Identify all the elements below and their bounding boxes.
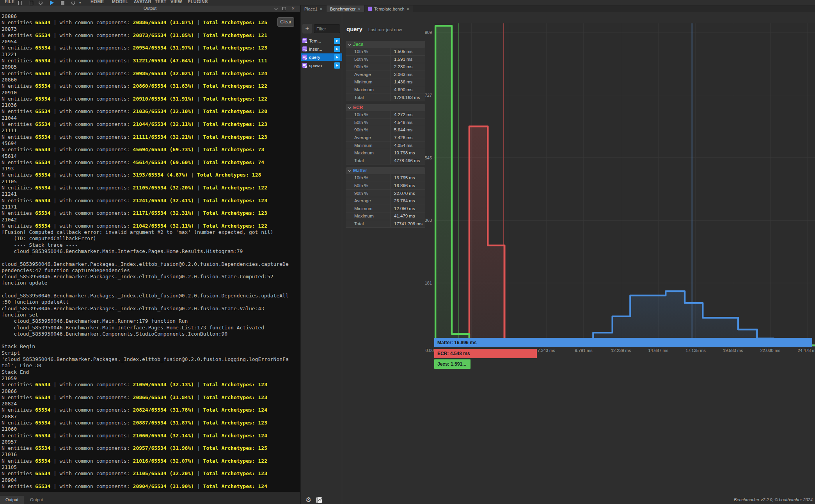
- bench-file-icon: [302, 38, 307, 43]
- console-line: cloud_5853950046.Benchmarker.Packages._I…: [2, 306, 289, 312]
- histogram-chart-area: 1813635457279090.000 ms2.448 ms4.896 ms7…: [423, 5, 815, 504]
- x-tick-label: 17.135 ms: [685, 348, 705, 353]
- menu-file[interactable]: FILE: [5, 0, 14, 4]
- console-line: 21036: [2, 102, 289, 108]
- section-header-ecr[interactable]: ECR: [346, 104, 425, 111]
- chevron-down-icon[interactable]: ▾: [79, 1, 81, 5]
- stop-icon[interactable]: [61, 1, 64, 5]
- benchmark-item-Tem[interactable]: Tem...▶: [301, 37, 342, 44]
- console-line: 20886: [2, 13, 289, 19]
- stat-label: Total: [346, 220, 390, 228]
- bench-file-icon: [302, 46, 307, 51]
- benchmark-item-label: Tem...: [309, 39, 321, 43]
- stat-row: Total1726.163 ms: [346, 94, 425, 102]
- doc-tab-label: Template.bench: [374, 6, 405, 12]
- console-line: N entities 65534 | with common component…: [2, 96, 289, 102]
- last-run-label: Last run: just now: [368, 27, 402, 32]
- x-tick-label: 19.583 ms: [723, 348, 743, 353]
- console-log-lines: 20886N entities 65534 | with common comp…: [2, 13, 289, 490]
- tab-output-2[interactable]: Output: [25, 496, 48, 504]
- stat-label: 50th %: [346, 56, 390, 63]
- clear-button[interactable]: Clear: [277, 17, 294, 27]
- menu-avatar[interactable]: AVATAR: [134, 0, 151, 4]
- stat-value: 5.644 ms: [390, 126, 425, 134]
- console-line: N entities 65534 | with common component…: [2, 407, 289, 413]
- filter-input[interactable]: [314, 24, 340, 33]
- stat-value: 10.798 ms: [390, 149, 425, 157]
- console-line: 21105: [2, 179, 289, 185]
- benchmark-items: Tem...▶inser...▶query▶spawn▶: [301, 37, 342, 70]
- section-header-matter[interactable]: Matter: [346, 167, 425, 174]
- close-icon[interactable]: ×: [320, 6, 322, 12]
- console-line: 45614: [2, 153, 289, 159]
- menu-view[interactable]: VIEW: [170, 0, 182, 4]
- benchmark-item-query[interactable]: query▶: [301, 53, 342, 61]
- close-icon[interactable]: ×: [358, 6, 360, 12]
- stat-row: Minimum1.436 ms: [346, 78, 425, 86]
- console-line: cloud_5853950046.Benchmarker.Main.Interf…: [2, 325, 289, 331]
- stat-value: 4.054 ms: [390, 142, 425, 149]
- output-console[interactable]: 20886N entities 65534 | with common comp…: [0, 12, 300, 492]
- undo-icon[interactable]: [71, 1, 75, 5]
- console-line: cloud_5853950046.Benchmarker.Packages._I…: [2, 261, 289, 267]
- menu-plugins[interactable]: PLUGINS: [188, 0, 208, 4]
- tab-output-1[interactable]: Output: [0, 496, 24, 504]
- console-line: ---- Stack trace ----: [2, 242, 289, 248]
- stat-row: Total4778.496 ms: [346, 157, 425, 165]
- benchmark-item-label: inser...: [309, 47, 322, 51]
- run-benchmark-button[interactable]: ▶: [334, 46, 340, 52]
- benchmark-item-spawn[interactable]: spawn▶: [301, 62, 342, 69]
- stat-value: 4.690 ms: [390, 86, 425, 94]
- console-line: pendencies:47 function captureDependenci…: [2, 267, 289, 274]
- console-line: function update: [2, 280, 289, 286]
- console-line: cloud_5853950046.Benchmarker.Components.…: [2, 331, 289, 337]
- studio-toolbar: FILE ▾ HOME MODEL AVATAR TEST VIEW PLUGI…: [0, 0, 815, 5]
- console-line: 21044: [2, 115, 289, 121]
- float-window-icon[interactable]: [282, 7, 286, 10]
- docs-book-icon[interactable]: [316, 497, 323, 504]
- close-icon[interactable]: ×: [291, 5, 295, 11]
- add-benchmark-button[interactable]: +: [302, 24, 312, 34]
- close-icon[interactable]: ×: [407, 6, 409, 12]
- x-tick-label: 24.478 ms: [797, 348, 815, 353]
- stat-value: 4.272 ms: [390, 111, 425, 118]
- stat-row: Minimum4.054 ms: [346, 142, 425, 150]
- console-line: N entities 65534 | with common component…: [2, 108, 289, 115]
- console-line: N entities 65534 | with common component…: [2, 58, 289, 64]
- doc-tab-template-bench[interactable]: Template.bench×: [365, 5, 413, 12]
- redo-icon[interactable]: [39, 1, 43, 5]
- histogram-svg: [434, 23, 815, 347]
- console-line: :50 function updateAll: [2, 299, 289, 305]
- menu-home[interactable]: HOME: [91, 0, 104, 4]
- stat-row: 10th %4.272 ms: [346, 111, 425, 119]
- output-panel-titlebar[interactable]: Output ×: [0, 5, 300, 12]
- menu-model[interactable]: MODEL: [112, 0, 128, 4]
- stat-label: Maximum: [346, 212, 390, 220]
- stat-label: Minimum: [346, 142, 390, 149]
- legend-jecs: Jecs: 1.591...: [434, 359, 471, 369]
- section-name: ECR: [353, 105, 363, 110]
- run-benchmark-button[interactable]: ▶: [334, 54, 340, 60]
- run-benchmark-button[interactable]: ▶: [334, 62, 340, 69]
- y-tick-label: 545: [423, 156, 432, 160]
- doc-tab-place1[interactable]: Place1×: [301, 5, 326, 12]
- gear-icon[interactable]: ⚙: [305, 496, 311, 504]
- clipboard-icon[interactable]: [18, 1, 22, 5]
- stat-value: 13.795 ms: [390, 174, 425, 182]
- console-line: 21059: [2, 375, 289, 382]
- app-window: FILE ▾ HOME MODEL AVATAR TEST VIEW PLUGI…: [0, 0, 815, 504]
- console-line: N entities 65534 | with common component…: [2, 45, 289, 51]
- stat-row: Total17741.709 ms: [346, 220, 425, 228]
- docked-panel-tabs: Output Output: [0, 496, 48, 504]
- stat-value: 22.070 ms: [390, 190, 425, 197]
- section-header-jecs[interactable]: Jecs: [346, 41, 425, 48]
- console-line: 20887: [2, 414, 289, 420]
- doc-tab-benchmarker[interactable]: Benchmarker×: [327, 5, 364, 12]
- console-line: N entities 65534 | with common component…: [2, 32, 289, 39]
- run-benchmark-button[interactable]: ▶: [334, 38, 340, 44]
- benchmark-item-inser[interactable]: inser...▶: [301, 45, 342, 53]
- copy-icon[interactable]: [30, 1, 33, 5]
- play-icon[interactable]: [50, 0, 54, 5]
- console-line: 20910: [2, 90, 289, 96]
- menu-test[interactable]: TEST: [155, 0, 167, 4]
